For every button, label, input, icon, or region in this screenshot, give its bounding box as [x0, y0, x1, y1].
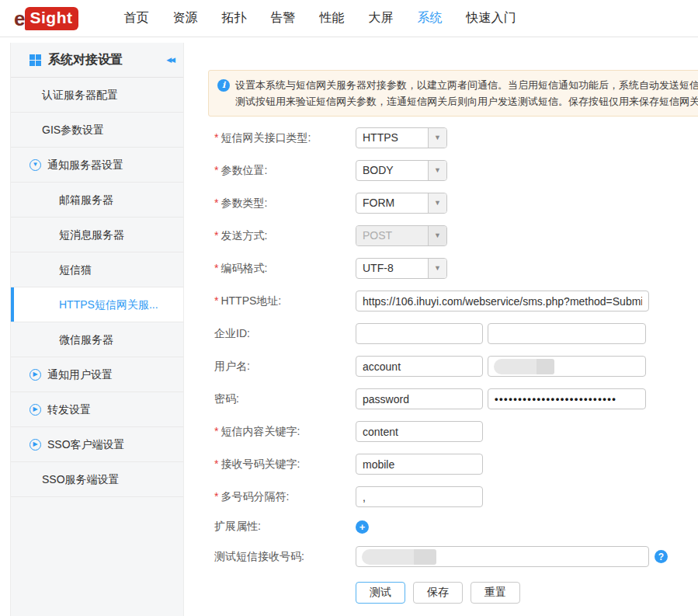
nav-item-topology[interactable]: 拓扑 [221, 10, 246, 26]
test-number-input[interactable] [356, 546, 649, 567]
field-label: 用户名: [214, 360, 250, 372]
add-attribute-icon[interactable]: + [356, 520, 369, 534]
form-actions: 测试 保存 重置 [208, 582, 698, 604]
form-row-interface-type: *短信网关接口类型: HTTPS ▼ [208, 127, 698, 148]
separator-input[interactable] [356, 486, 483, 507]
sidebar-item-sms-server[interactable]: 短消息服务器 [11, 218, 183, 252]
nav-item-system[interactable]: 系统 [417, 10, 442, 26]
form-row-send-method: *发送方式: POST ▼ [208, 225, 698, 246]
form-row-content-keyword: *短信内容关键字: [208, 421, 698, 442]
chevron-down-icon[interactable]: ▼ [428, 193, 446, 213]
main-menu: 首页 资源 拓扑 告警 性能 大屏 系统 快速入门 [123, 10, 516, 26]
form-row-ext-attr: 扩展属性: + [208, 519, 698, 534]
field-label: 扩展属性: [214, 520, 261, 532]
password-key-input[interactable] [356, 388, 483, 409]
field-label: 短信内容关键字: [221, 425, 300, 437]
expand-down-icon[interactable]: ▼ [30, 159, 41, 171]
required-asterisk: * [214, 229, 218, 242]
sidebar-item-https-sms-gateway[interactable]: HTTPS短信网关服... [11, 287, 183, 322]
sidebar-item-sms-modem[interactable]: 短信猫 [11, 252, 183, 287]
info-icon: i [217, 79, 230, 92]
sidebar-item-wechat-server[interactable]: 微信服务器 [11, 322, 183, 357]
field-label: 测试短信接收号码: [214, 550, 304, 562]
test-button[interactable]: 测试 [356, 582, 405, 604]
param-type-select[interactable]: FORM ▼ [356, 193, 447, 214]
field-label: 参数位置: [221, 164, 267, 176]
required-asterisk: * [214, 131, 218, 144]
form-row-https-address: *HTTPS地址: [208, 291, 698, 311]
chevron-down-icon[interactable]: ▼ [428, 161, 446, 180]
nav-item-dashboard[interactable]: 大屏 [368, 10, 393, 26]
sms-gateway-form: *短信网关接口类型: HTTPS ▼ *参数位置: BODY ▼ *参数类型: … [208, 127, 698, 604]
https-address-input[interactable] [356, 291, 649, 311]
form-row-encoding: *编码格式: UTF-8 ▼ [208, 258, 698, 279]
save-button[interactable]: 保存 [413, 582, 463, 604]
username-key-input[interactable] [356, 356, 483, 377]
form-row-password: 密码: •••••••••••••••••••••••••• [208, 388, 698, 409]
field-label: HTTPS地址: [221, 294, 281, 307]
field-label: 参数类型: [221, 197, 267, 209]
chevron-down-icon[interactable]: ▼ [428, 128, 446, 148]
nav-item-resources[interactable]: 资源 [172, 10, 197, 26]
password-value-input[interactable]: •••••••••••••••••••••••••• [488, 388, 646, 409]
form-row-param-type: *参数类型: FORM ▼ [208, 193, 698, 214]
form-row-test-number: 测试短信接收号码: ? [208, 546, 698, 567]
logo-badge-text: Sight [25, 7, 78, 30]
field-label: 企业ID: [214, 327, 250, 339]
content-keyword-input[interactable] [356, 421, 483, 442]
banner-line-1: 设置本系统与短信网关服务器对接参数，以建立两者间通信。当启用短信通知功能后，系统… [235, 77, 698, 93]
sidebar-item-sso-client[interactable]: ▶ SSO客户端设置 [11, 427, 183, 462]
sidebar-item-notify-users[interactable]: ▶ 通知用户设置 [11, 357, 183, 392]
field-label: 接收号码关键字: [221, 458, 300, 470]
sidebar-item-forward-settings[interactable]: ▶ 转发设置 [11, 392, 183, 427]
param-position-select[interactable]: BODY ▼ [356, 160, 447, 181]
redacted-value [494, 359, 554, 374]
enterprise-id-value-input[interactable] [488, 323, 646, 344]
help-icon[interactable]: ? [655, 550, 668, 563]
interface-type-select[interactable]: HTTPS ▼ [356, 127, 447, 148]
main-content: i 设置本系统与短信网关服务器对接参数，以建立两者间通信。当启用短信通知功能后，… [208, 70, 698, 604]
required-asterisk: * [214, 164, 218, 176]
collapse-sidebar-icon[interactable]: ◀◀ [166, 56, 174, 64]
required-asterisk: * [214, 458, 218, 470]
field-label: 短信网关接口类型: [221, 131, 311, 144]
nav-item-performance[interactable]: 性能 [319, 10, 344, 26]
form-row-separator: *多号码分隔符: [208, 486, 698, 507]
nav-item-home[interactable]: 首页 [123, 10, 148, 26]
send-method-select-disabled: POST ▼ [356, 225, 447, 246]
chevron-down-icon[interactable]: ▼ [428, 259, 446, 278]
esight-logo[interactable]: e Sight [14, 7, 78, 30]
expand-right-icon[interactable]: ▶ [30, 369, 41, 381]
sidebar-item-notify-server[interactable]: ▼ 通知服务器设置 [11, 148, 183, 183]
username-value-input[interactable] [488, 356, 646, 377]
required-asterisk: * [214, 490, 218, 503]
encoding-select[interactable]: UTF-8 ▼ [356, 258, 447, 279]
field-label: 多号码分隔符: [221, 490, 289, 503]
sidebar: 系统对接设置 ◀◀ 认证服务器配置 GIS参数设置 ▼ 通知服务器设置 邮箱服务… [10, 43, 184, 616]
nav-item-alarms[interactable]: 告警 [270, 10, 295, 26]
form-row-param-position: *参数位置: BODY ▼ [208, 160, 698, 181]
field-label: 编码格式: [221, 262, 267, 274]
expand-right-icon[interactable]: ▶ [30, 439, 41, 451]
chevron-down-icon: ▼ [428, 226, 446, 245]
sidebar-item-mail-server[interactable]: 邮箱服务器 [11, 183, 183, 218]
sidebar-item-auth-server[interactable]: 认证服务器配置 [11, 78, 183, 113]
enterprise-id-key-input[interactable] [356, 323, 483, 344]
banner-line-2: 测试按钮用来验证短信网关参数，连通短信网关后则向用户发送测试短信。保存按钮仅用来… [235, 93, 698, 110]
top-nav: e Sight 首页 资源 拓扑 告警 性能 大屏 系统 快速入门 [0, 0, 698, 37]
field-label: 密码: [214, 392, 239, 405]
sidebar-item-sso-server[interactable]: SSO服务端设置 [11, 462, 183, 497]
expand-right-icon[interactable]: ▶ [30, 404, 41, 416]
nav-item-quickstart[interactable]: 快速入门 [466, 10, 516, 26]
mobile-keyword-input[interactable] [356, 454, 483, 475]
required-asterisk: * [214, 294, 218, 307]
required-asterisk: * [214, 197, 218, 209]
sidebar-item-gis-params[interactable]: GIS参数设置 [11, 113, 183, 148]
reset-button[interactable]: 重置 [471, 582, 520, 604]
masked-password: •••••••••••••••••••••••••• [488, 389, 645, 409]
form-row-username: 用户名: [208, 356, 698, 377]
field-label: 发送方式: [221, 229, 267, 242]
grid-icon [30, 54, 41, 66]
logo-e-text: e [14, 7, 25, 30]
sidebar-header: 系统对接设置 ◀◀ [11, 43, 183, 78]
